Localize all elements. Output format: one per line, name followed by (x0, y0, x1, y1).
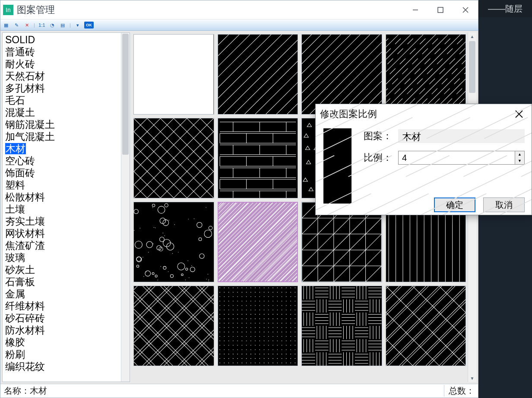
tool-open-icon[interactable]: ✎ (13, 21, 20, 29)
svg-point-717 (268, 354, 269, 355)
svg-point-473 (224, 296, 225, 297)
tool-dropdown-icon[interactable]: ▾ (74, 21, 82, 29)
list-item[interactable]: 砂灰土 (3, 264, 121, 276)
list-item[interactable]: 金属 (3, 288, 121, 300)
list-item[interactable]: SOLID (3, 34, 121, 46)
tool-brush-icon[interactable]: ◔ (48, 21, 56, 29)
svg-line-388 (134, 286, 169, 366)
svg-point-648 (281, 336, 282, 337)
svg-point-611 (277, 327, 278, 328)
svg-point-222 (181, 274, 183, 275)
svg-line-113 (200, 118, 214, 198)
swatch-dots[interactable] (218, 286, 298, 366)
svg-point-720 (281, 354, 282, 355)
svg-point-494 (237, 301, 238, 302)
swatch-diag45b[interactable] (301, 34, 382, 115)
swatch-doublediag[interactable] (386, 286, 466, 366)
list-item[interactable]: 土壤 (3, 203, 121, 215)
svg-point-504 (281, 301, 282, 302)
grid-scroll-up[interactable]: ▲ (468, 32, 476, 40)
svg-point-594 (281, 323, 282, 324)
svg-point-485 (277, 296, 278, 297)
svg-point-563 (224, 318, 225, 319)
tool-scale-icon[interactable]: 1:1 (38, 21, 46, 29)
grid-scroll-thumb[interactable] (469, 41, 475, 93)
svg-point-662 (263, 341, 264, 341)
list-item[interactable]: 粉刷 (3, 348, 121, 360)
swatch-brick[interactable] (218, 118, 298, 198)
list-scrollbar[interactable] (121, 33, 130, 382)
svg-point-522 (281, 305, 282, 306)
list-item[interactable]: 防水材料 (3, 324, 121, 336)
list-item[interactable]: 塑料 (3, 179, 121, 191)
list-scroll-thumb[interactable] (122, 34, 129, 155)
swatch-solid[interactable] (133, 34, 214, 115)
tool-ok-button[interactable]: OK (84, 22, 94, 29)
list-item[interactable]: 饰面砖 (3, 167, 121, 179)
list-item[interactable]: 石膏板 (3, 276, 121, 288)
tool-new-icon[interactable]: ▦ (2, 21, 10, 29)
svg-point-580 (219, 323, 220, 324)
svg-point-451 (286, 287, 287, 288)
svg-point-693 (241, 349, 242, 350)
list-item[interactable]: 木材 (3, 143, 121, 155)
swatch-weave[interactable] (301, 286, 382, 366)
list-item[interactable]: 钢筋混凝土 (3, 118, 121, 131)
svg-rect-1 (134, 35, 214, 114)
swatch-diamond[interactable] (133, 286, 214, 366)
svg-point-558 (281, 314, 282, 315)
list-item[interactable]: 网状材料 (3, 227, 121, 239)
svg-line-397 (134, 286, 208, 366)
grid-scroll-down[interactable]: ▼ (468, 374, 476, 382)
list-item[interactable]: 玻璃 (3, 252, 121, 264)
swatch-wood[interactable] (218, 202, 298, 282)
swatch-dashdiag[interactable] (386, 34, 466, 115)
toolbar: ▦ ✎ ✕ | 1:1 ◔ ▤ | ▾ OK (0, 19, 478, 31)
svg-point-728 (237, 358, 238, 359)
svg-point-712 (246, 354, 247, 355)
svg-point-741 (294, 358, 295, 359)
list-item[interactable]: 砂石碎砖 (3, 312, 121, 324)
svg-point-560 (290, 314, 291, 315)
swatch-diag45[interactable] (218, 34, 298, 115)
swatch-crosshatch[interactable] (133, 118, 214, 198)
svg-line-390 (134, 286, 169, 366)
svg-point-489 (294, 296, 295, 297)
list-item[interactable]: 天然石材 (3, 70, 121, 82)
list-item[interactable]: 编织花纹 (3, 360, 121, 373)
list-item[interactable]: 橡胶 (3, 336, 121, 348)
list-item[interactable]: 松散材料 (3, 191, 121, 203)
list-item[interactable]: 加气混凝土 (3, 131, 121, 143)
list-item[interactable]: 焦渣矿渣 (3, 239, 121, 252)
svg-point-747 (241, 363, 242, 363)
svg-point-254 (143, 276, 144, 277)
svg-point-669 (294, 341, 295, 341)
list-item[interactable]: 夯实土壤 (3, 215, 121, 227)
minimize-button[interactable] (403, 0, 428, 19)
swatch-bubbles[interactable] (133, 202, 214, 282)
svg-point-470 (290, 292, 291, 293)
list-item[interactable]: 空心砖 (3, 155, 121, 167)
svg-line-386 (134, 286, 152, 366)
list-item[interactable]: 多孔材料 (3, 82, 121, 94)
list-item[interactable]: 耐火砖 (3, 58, 121, 70)
list-item[interactable]: 毛石 (3, 94, 121, 106)
svg-point-467 (277, 292, 278, 293)
pattern-list[interactable]: SOLID普通砖耐火砖天然石材多孔材料毛石混凝土钢筋混凝土加气混凝土木材空心砖饰… (3, 33, 121, 382)
svg-point-664 (272, 341, 273, 341)
svg-point-459 (241, 292, 242, 293)
tool-delete-icon[interactable]: ✕ (23, 21, 31, 29)
svg-point-599 (224, 327, 225, 328)
close-button[interactable] (453, 0, 478, 19)
svg-point-219 (200, 254, 204, 258)
list-item[interactable]: 普通砖 (3, 46, 121, 58)
svg-point-492 (228, 301, 229, 302)
maximize-button[interactable] (428, 0, 453, 19)
svg-point-471 (294, 292, 295, 293)
svg-point-201 (155, 275, 157, 277)
list-item[interactable]: 纤维材料 (3, 300, 121, 312)
svg-point-513 (241, 305, 242, 306)
list-item[interactable]: 混凝土 (3, 106, 121, 118)
svg-point-238 (189, 277, 189, 278)
tool-grid-icon[interactable]: ▤ (59, 21, 66, 29)
